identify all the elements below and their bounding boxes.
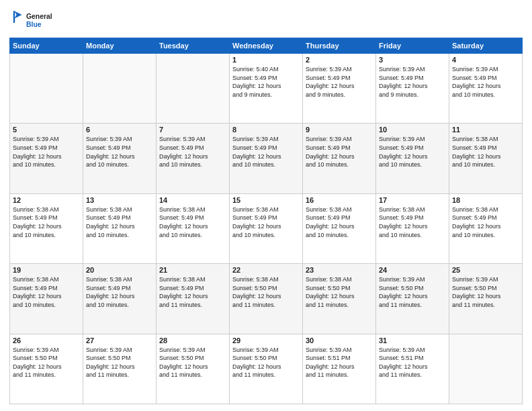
day-number: 8 [232, 126, 300, 134]
calendar-week-5: 26Sunrise: 5:39 AM Sunset: 5:50 PM Dayli… [10, 334, 523, 404]
calendar-cell: 31Sunrise: 5:39 AM Sunset: 5:51 PM Dayli… [376, 334, 449, 404]
day-info: Sunrise: 5:39 AM Sunset: 5:50 PM Dayligh… [452, 275, 519, 309]
calendar-cell: 2Sunrise: 5:39 AM Sunset: 5:49 PM Daylig… [303, 54, 376, 124]
page: General Blue SundayMondayTuesdayWednesda… [0, 0, 532, 411]
svg-rect-3 [13, 11, 15, 23]
calendar-cell: 10Sunrise: 5:39 AM Sunset: 5:49 PM Dayli… [376, 124, 449, 193]
calendar-week-2: 5Sunrise: 5:39 AM Sunset: 5:49 PM Daylig… [10, 124, 523, 193]
day-number: 28 [159, 336, 226, 345]
calendar-cell: 6Sunrise: 5:39 AM Sunset: 5:49 PM Daylig… [83, 124, 157, 193]
day-info: Sunrise: 5:39 AM Sunset: 5:49 PM Dayligh… [13, 135, 80, 169]
calendar-cell: 25Sunrise: 5:39 AM Sunset: 5:50 PM Dayli… [449, 264, 523, 334]
day-number: 27 [86, 336, 153, 345]
calendar-cell [449, 334, 523, 404]
day-info: Sunrise: 5:38 AM Sunset: 5:49 PM Dayligh… [452, 135, 519, 169]
day-number: 19 [13, 266, 80, 274]
day-number: 12 [13, 196, 80, 204]
day-header-saturday: Saturday [449, 38, 523, 54]
calendar-cell: 1Sunrise: 5:40 AM Sunset: 5:49 PM Daylig… [230, 54, 303, 124]
calendar-cell: 17Sunrise: 5:38 AM Sunset: 5:49 PM Dayli… [376, 193, 449, 263]
day-number: 16 [306, 196, 373, 204]
day-number: 13 [86, 196, 153, 204]
day-info: Sunrise: 5:38 AM Sunset: 5:49 PM Dayligh… [86, 205, 153, 239]
header: General Blue [9, 7, 523, 34]
day-number: 29 [232, 336, 300, 345]
calendar-cell: 15Sunrise: 5:38 AM Sunset: 5:49 PM Dayli… [230, 193, 303, 263]
day-number: 20 [86, 266, 153, 274]
day-number: 30 [306, 336, 373, 345]
svg-marker-2 [14, 11, 21, 18]
day-info: Sunrise: 5:39 AM Sunset: 5:49 PM Dayligh… [306, 135, 373, 169]
svg-text:Blue: Blue [26, 21, 42, 28]
day-number: 5 [13, 126, 80, 134]
calendar-cell: 18Sunrise: 5:38 AM Sunset: 5:49 PM Dayli… [449, 193, 523, 263]
day-info: Sunrise: 5:39 AM Sunset: 5:49 PM Dayligh… [306, 65, 373, 99]
calendar-cell: 21Sunrise: 5:38 AM Sunset: 5:49 PM Dayli… [157, 264, 230, 334]
calendar-cell: 5Sunrise: 5:39 AM Sunset: 5:49 PM Daylig… [10, 124, 83, 193]
day-number: 9 [306, 126, 373, 134]
day-info: Sunrise: 5:38 AM Sunset: 5:49 PM Dayligh… [159, 275, 226, 309]
day-number: 22 [232, 266, 300, 274]
calendar-cell [83, 54, 157, 124]
day-info: Sunrise: 5:39 AM Sunset: 5:51 PM Dayligh… [306, 346, 373, 379]
day-number: 17 [379, 196, 446, 204]
calendar-cell [157, 54, 230, 124]
calendar-week-4: 19Sunrise: 5:38 AM Sunset: 5:49 PM Dayli… [10, 264, 523, 334]
calendar-header-row: SundayMondayTuesdayWednesdayThursdayFrid… [10, 38, 523, 54]
day-info: Sunrise: 5:39 AM Sunset: 5:50 PM Dayligh… [159, 346, 226, 379]
calendar-cell: 28Sunrise: 5:39 AM Sunset: 5:50 PM Dayli… [157, 334, 230, 404]
calendar-cell: 4Sunrise: 5:39 AM Sunset: 5:49 PM Daylig… [449, 54, 523, 124]
day-info: Sunrise: 5:38 AM Sunset: 5:49 PM Dayligh… [306, 205, 373, 239]
day-number: 11 [452, 126, 519, 134]
day-header-friday: Friday [376, 38, 449, 54]
day-number: 26 [13, 336, 80, 345]
day-number: 2 [306, 56, 373, 64]
day-number: 10 [379, 126, 446, 134]
logo: General Blue [9, 7, 70, 34]
logo-svg: General Blue [9, 7, 70, 34]
day-info: Sunrise: 5:38 AM Sunset: 5:49 PM Dayligh… [86, 275, 153, 309]
day-number: 3 [379, 56, 446, 64]
day-info: Sunrise: 5:38 AM Sunset: 5:50 PM Dayligh… [232, 275, 300, 309]
day-info: Sunrise: 5:40 AM Sunset: 5:49 PM Dayligh… [232, 65, 300, 99]
day-info: Sunrise: 5:38 AM Sunset: 5:49 PM Dayligh… [452, 205, 519, 239]
calendar-cell: 14Sunrise: 5:38 AM Sunset: 5:49 PM Dayli… [157, 193, 230, 263]
day-info: Sunrise: 5:39 AM Sunset: 5:49 PM Dayligh… [452, 65, 519, 99]
calendar-cell: 12Sunrise: 5:38 AM Sunset: 5:49 PM Dayli… [10, 193, 83, 263]
day-info: Sunrise: 5:38 AM Sunset: 5:49 PM Dayligh… [13, 275, 80, 309]
day-header-thursday: Thursday [303, 38, 376, 54]
calendar-cell: 27Sunrise: 5:39 AM Sunset: 5:50 PM Dayli… [83, 334, 157, 404]
day-number: 31 [379, 336, 446, 345]
day-number: 21 [159, 266, 226, 274]
day-info: Sunrise: 5:39 AM Sunset: 5:49 PM Dayligh… [379, 65, 446, 99]
calendar-week-1: 1Sunrise: 5:40 AM Sunset: 5:49 PM Daylig… [10, 54, 523, 124]
calendar-cell: 23Sunrise: 5:38 AM Sunset: 5:50 PM Dayli… [303, 264, 376, 334]
calendar-cell: 26Sunrise: 5:39 AM Sunset: 5:50 PM Dayli… [10, 334, 83, 404]
calendar-week-3: 12Sunrise: 5:38 AM Sunset: 5:49 PM Dayli… [10, 193, 523, 263]
day-number: 1 [232, 56, 300, 64]
calendar-cell: 11Sunrise: 5:38 AM Sunset: 5:49 PM Dayli… [449, 124, 523, 193]
calendar-cell: 8Sunrise: 5:39 AM Sunset: 5:49 PM Daylig… [230, 124, 303, 193]
day-info: Sunrise: 5:39 AM Sunset: 5:50 PM Dayligh… [13, 346, 80, 379]
calendar-cell: 22Sunrise: 5:38 AM Sunset: 5:50 PM Dayli… [230, 264, 303, 334]
day-info: Sunrise: 5:39 AM Sunset: 5:49 PM Dayligh… [86, 135, 153, 169]
day-header-monday: Monday [83, 38, 157, 54]
calendar-cell: 3Sunrise: 5:39 AM Sunset: 5:49 PM Daylig… [376, 54, 449, 124]
calendar-cell: 13Sunrise: 5:38 AM Sunset: 5:49 PM Dayli… [83, 193, 157, 263]
calendar-cell [10, 54, 83, 124]
day-header-tuesday: Tuesday [157, 38, 230, 54]
day-number: 18 [452, 196, 519, 204]
day-info: Sunrise: 5:38 AM Sunset: 5:49 PM Dayligh… [379, 205, 446, 239]
day-info: Sunrise: 5:38 AM Sunset: 5:49 PM Dayligh… [159, 205, 226, 239]
calendar-table: SundayMondayTuesdayWednesdayThursdayFrid… [9, 38, 523, 404]
calendar-cell: 29Sunrise: 5:39 AM Sunset: 5:50 PM Dayli… [230, 334, 303, 404]
day-info: Sunrise: 5:39 AM Sunset: 5:49 PM Dayligh… [232, 135, 300, 169]
day-info: Sunrise: 5:39 AM Sunset: 5:51 PM Dayligh… [379, 346, 446, 379]
day-info: Sunrise: 5:39 AM Sunset: 5:50 PM Dayligh… [86, 346, 153, 379]
calendar-cell: 16Sunrise: 5:38 AM Sunset: 5:49 PM Dayli… [303, 193, 376, 263]
day-header-sunday: Sunday [10, 38, 83, 54]
day-info: Sunrise: 5:39 AM Sunset: 5:49 PM Dayligh… [379, 135, 446, 169]
calendar-cell: 9Sunrise: 5:39 AM Sunset: 5:49 PM Daylig… [303, 124, 376, 193]
calendar-cell: 19Sunrise: 5:38 AM Sunset: 5:49 PM Dayli… [10, 264, 83, 334]
svg-text:General: General [26, 13, 52, 20]
